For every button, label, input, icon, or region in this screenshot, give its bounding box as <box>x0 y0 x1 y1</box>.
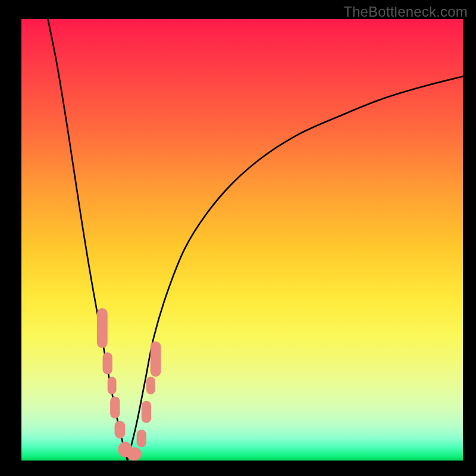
watermark-text: TheBottleneck.com <box>343 4 468 20</box>
highlight-bead <box>137 430 146 447</box>
chart-frame: TheBottleneck.com <box>0 0 476 476</box>
highlight-bead <box>110 396 120 418</box>
curve-right-curve <box>127 76 463 461</box>
highlight-bead <box>142 401 151 423</box>
highlight-bead <box>146 377 155 394</box>
highlight-bead <box>97 308 108 348</box>
highlight-bead <box>151 342 161 377</box>
highlight-bead <box>115 421 126 439</box>
curve-layer <box>21 19 463 461</box>
highlight-bead <box>127 447 142 461</box>
highlight-bead <box>103 352 112 374</box>
highlight-bead <box>108 377 117 394</box>
plot-area <box>21 19 463 461</box>
curve-left-curve <box>48 19 128 461</box>
